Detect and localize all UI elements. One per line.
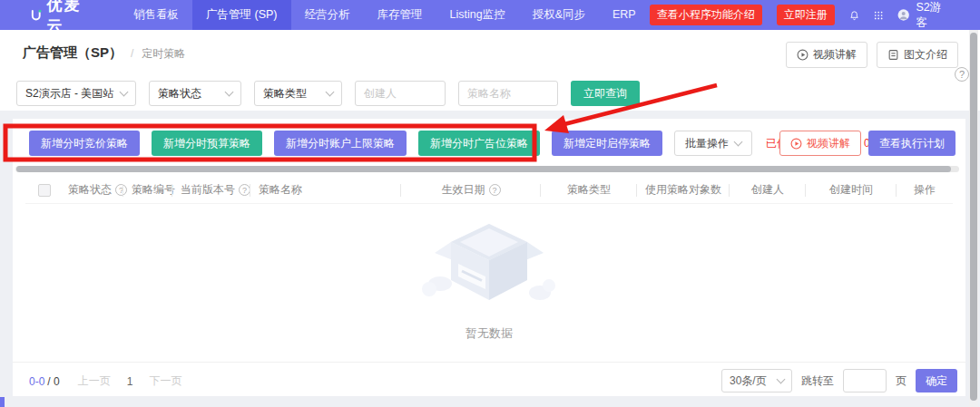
strategy-name-input[interactable] [458,81,558,106]
pagination-summary: 0-0 / 0 上一页 1 下一页 [29,373,181,389]
pagination-controls: 30条/页 跳转至 页 确定 [721,369,957,392]
creator-input[interactable] [355,81,446,106]
video-guide-label: 视频讲解 [813,47,857,63]
vertical-scrollbar-thumb[interactable] [970,33,977,401]
top-navbar: 优麦云 销售看板 广告管理 (SP) 经营分析 库存管理 Listing监控 授… [0,0,980,30]
nav-item-listing-monitor[interactable]: Listing监控 [436,0,519,30]
register-button[interactable]: 立即注册 [777,5,835,25]
nav-item-sales-dashboard[interactable]: 销售看板 [120,0,192,30]
nav-item-auth-sync[interactable]: 授权&同步 [519,0,599,30]
pagination-total: / 0 [47,375,59,388]
jump-page-input[interactable] [843,369,887,392]
user-name: S2游客 [916,0,942,31]
breadcrumb-current: 定时策略 [142,46,185,62]
add-hourly-placement-strategy-button[interactable]: 新增分时广告位策略 [418,131,540,156]
chevron-down-icon [326,87,335,96]
empty-box-icon [416,217,562,304]
info-icon[interactable]: ? [489,184,501,196]
column-label: 生效日期 [442,182,485,198]
miniprogram-intro-button[interactable]: 查看小程序功能介绍 [650,5,762,25]
help-icon[interactable]: ? [955,67,969,82]
play-circle-icon [797,49,808,61]
batch-operation-label: 批量操作 [685,136,729,151]
column-strategy-status: 策略状态 ? [60,177,123,204]
column-label: 策略状态 [68,182,112,198]
horizontal-scrollbar-track [15,166,959,172]
nav-item-ad-management-sp[interactable]: 广告管理 (SP) [192,0,290,30]
nav-item-erp[interactable]: ERP [599,0,650,30]
chevron-down-icon [225,87,234,96]
column-label: 创建时间 [829,182,873,198]
strategy-table-card: 新增分时竞价策略 新增分时预算策略 新增分时账户上限策略 新增分时广告位策略 新… [13,119,965,396]
apps-grid-icon[interactable] [874,9,883,22]
column-label: 创建人 [751,182,784,198]
corner-artifact [0,397,5,407]
add-hourly-bid-strategy-button[interactable]: 新增分时竞价策略 [29,131,140,156]
column-creator: 创建人 [730,177,806,204]
strategy-status-value: 策略状态 [158,86,201,102]
video-guide-button[interactable]: 视频讲解 [786,42,867,68]
column-strategy-name: 策略名称 [250,177,401,204]
chevron-down-icon [734,137,743,146]
add-hourly-account-cap-strategy-button[interactable]: 新增分时账户上限策略 [274,131,407,156]
column-effective-date: 生效日期 ? [401,177,541,204]
nav-item-business-analysis[interactable]: 经营分析 [291,0,364,30]
strategy-status-select[interactable]: 策略状态 [149,81,241,106]
column-strategy-type: 策略类型 [541,177,637,204]
column-label: 操作 [914,182,936,198]
store-select-value: S2演示店 - 美国站 [25,86,113,102]
toolbar-video-guide-button[interactable]: 视频讲解 [779,131,861,156]
next-page-button[interactable]: 下一页 [149,373,181,389]
breadcrumb-section: 广告管理（SP） [23,44,122,62]
breadcrumb: 广告管理（SP） / 定时策略 [23,44,185,62]
brand-u-icon [30,6,43,24]
column-object-count: 使用策略对象数 [637,177,730,204]
strategy-type-select[interactable]: 策略类型 [254,81,342,106]
document-icon [887,49,899,61]
brand-name: 优麦云 [47,0,83,36]
user-menu[interactable]: S2游客 [897,0,942,31]
vertical-scrollbar-track [969,30,978,407]
column-actions: 操作 [897,177,953,204]
search-button[interactable]: 立即查询 [571,81,640,106]
avatar [897,6,909,24]
strategy-toolbar: 新增分时竞价策略 新增分时预算策略 新增分时账户上限策略 新增分时广告位策略 新… [29,131,903,156]
column-label: 策略类型 [567,182,611,198]
select-all-checkbox[interactable] [38,184,51,197]
empty-state: 暂无数据 [13,217,965,342]
column-label: 使用策略对象数 [645,182,721,198]
footer-divider [13,362,965,363]
add-hourly-budget-strategy-button[interactable]: 新增分时预算策略 [152,131,262,156]
prev-page-button[interactable]: 上一页 [78,373,111,389]
horizontal-scrollbar-thumb[interactable] [16,166,951,172]
table-header: 策略状态 ? 策略编号 当前版本号 ? 策略名称 生效日期 ? 策略类型 使用策… [25,177,953,204]
breadcrumb-separator: / [131,47,133,60]
page-size-select[interactable]: 30条/页 [721,369,792,392]
column-create-time: 创建时间 [806,177,897,204]
store-select[interactable]: S2演示店 - 美国站 [16,81,136,106]
info-icon[interactable]: ? [239,184,250,196]
page-header-band: 广告管理（SP） / 定时策略 视频讲解 图文介绍 S2演示店 - 美国站 策略… [0,30,980,111]
column-strategy-id: 策略编号 [123,177,172,204]
column-label: 策略编号 [132,182,175,198]
play-circle-icon [790,138,802,150]
nav-item-inventory[interactable]: 库存管理 [364,0,436,30]
view-execution-plan-button[interactable]: 查看执行计划 [868,131,956,156]
page-unit-label: 页 [896,373,906,389]
jump-to-label: 跳转至 [801,373,834,389]
batch-operation-dropdown[interactable]: 批量操作 [674,131,752,156]
chevron-down-icon [777,374,786,383]
column-label: 策略名称 [259,182,302,198]
filter-bar: S2演示店 - 美国站 策略状态 策略类型 立即查询 [16,81,640,106]
bell-icon[interactable] [849,8,859,23]
confirm-jump-button[interactable]: 确定 [916,369,957,392]
chevron-down-icon [120,87,129,96]
column-current-version: 当前版本号 ? [172,177,250,204]
page-number-1[interactable]: 1 [127,375,133,388]
page-size-value: 30条/页 [730,373,767,389]
toolbar-video-guide-label: 视频讲解 [807,136,850,151]
add-scheduled-onoff-strategy-button[interactable]: 新增定时启停策略 [552,131,662,156]
text-guide-button[interactable]: 图文介绍 [877,42,958,68]
text-guide-label: 图文介绍 [904,47,947,63]
brand-logo[interactable]: 优麦云 [30,0,82,36]
